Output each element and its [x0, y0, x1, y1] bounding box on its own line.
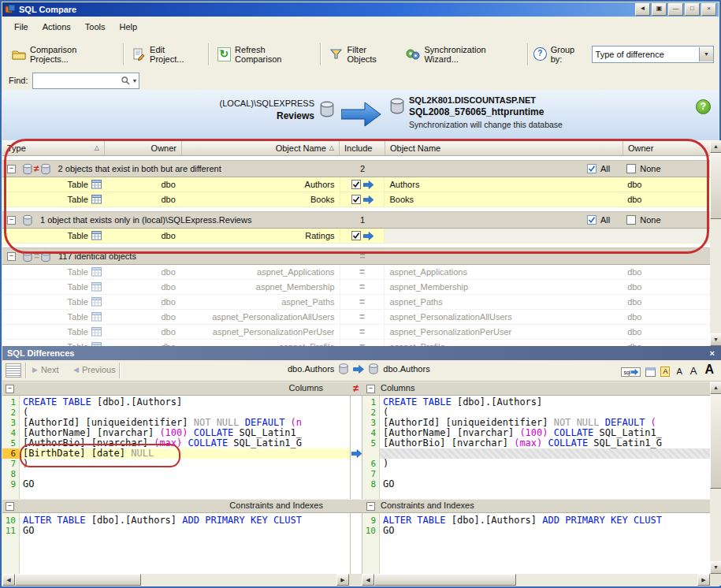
sql-pane-right-columns[interactable]: 1CREATE TABLE [dbo].[Authors]2(3[AuthorI…: [362, 397, 710, 489]
header-object-name-right[interactable]: Object Name: [385, 140, 623, 155]
table-row[interactable]: Tabledboaspnet_PersonalizationPerUser=as…: [2, 325, 710, 340]
menu-actions[interactable]: Actions: [35, 20, 78, 34]
edit-project-button[interactable]: Edit Project...: [128, 42, 205, 67]
scroll-left-icon[interactable]: ◀: [362, 574, 374, 586]
left-horizontal-scrollbar[interactable]: ◀ ▶: [2, 574, 349, 586]
font-size-medium-button[interactable]: A: [675, 367, 683, 377]
panel-layout-icon[interactable]: [645, 367, 656, 377]
help-button[interactable]: ?: [696, 99, 711, 114]
table-row[interactable]: Tabledboaspnet_Paths=aspnet_Pathsdbo: [2, 295, 710, 310]
table-row[interactable]: Tabledboaspnet_Membership=aspnet_Members…: [2, 280, 710, 295]
include-cell[interactable]: [340, 177, 385, 192]
include-cell[interactable]: [340, 192, 385, 207]
line-number: 5: [2, 438, 20, 448]
group-row[interactable]: −≠2 objects that exist in both but are d…: [2, 160, 710, 177]
close-icon[interactable]: ×: [708, 348, 717, 358]
font-size-large-button[interactable]: A: [689, 365, 699, 377]
table-row[interactable]: TabledboAuthorsAuthorsdbo: [2, 177, 710, 192]
group-by-help-icon[interactable]: ?: [533, 47, 547, 61]
title-bar[interactable]: SQL Compare ◄ ▣ — □ ×: [2, 2, 719, 17]
table-row[interactable]: TabledboBooksBooksdbo: [2, 192, 710, 207]
right-horizontal-scrollbar[interactable]: ◀ ▶: [362, 574, 710, 586]
include-checkbox[interactable]: [351, 195, 361, 204]
select-all-icon[interactable]: [587, 215, 596, 225]
scroll-down-icon[interactable]: ▼: [710, 561, 721, 574]
include-cell[interactable]: =: [340, 265, 385, 279]
next-button[interactable]: ▶ Next: [32, 365, 59, 374]
table-row[interactable]: TabledboRatings: [2, 229, 710, 244]
select-all-icon[interactable]: [587, 164, 596, 173]
synchronization-wizard-button[interactable]: Synchronization Wizard...: [401, 42, 524, 67]
table-row[interactable]: Tabledboaspnet_Profile=aspnet_Profiledbo: [2, 340, 710, 346]
menu-tools[interactable]: Tools: [78, 20, 113, 34]
group-row[interactable]: −=117 identical objects=: [2, 247, 710, 265]
table-row[interactable]: Tabledboaspnet_Applications=aspnet_Appli…: [2, 265, 710, 280]
sql-pane-right-constraints[interactable]: 9ALTER TABLE [dbo].[Authors] ADD PRIMARY…: [362, 515, 710, 536]
scroll-up-icon[interactable]: ▲: [710, 140, 721, 153]
refresh-comparison-button[interactable]: ↻ Refresh Comparison: [213, 42, 318, 67]
filter-objects-button[interactable]: Filter Objects: [325, 42, 401, 67]
close-button[interactable]: ×: [701, 3, 716, 16]
header-object-name-left[interactable]: Object Name△: [182, 140, 340, 155]
chevron-down-icon[interactable]: ▼: [699, 47, 713, 61]
select-none-button[interactable]: None: [640, 215, 660, 225]
chevron-down-icon[interactable]: ▼: [132, 78, 138, 84]
include-cell[interactable]: =: [340, 340, 385, 346]
select-none-icon[interactable]: [626, 164, 636, 173]
font-size-xlarge-button[interactable]: A: [703, 363, 715, 377]
window-extra-button-2[interactable]: ▣: [652, 3, 667, 16]
scroll-right-icon[interactable]: ▶: [697, 574, 710, 586]
line-number: 9: [2, 479, 20, 489]
select-none-icon[interactable]: [626, 215, 636, 225]
collapse-button[interactable]: −: [366, 502, 375, 511]
include-checkbox[interactable]: [351, 231, 361, 240]
scroll-right-icon[interactable]: ▶: [336, 574, 349, 586]
scrollbar-thumb[interactable]: [374, 574, 516, 586]
include-cell[interactable]: =: [340, 295, 385, 309]
diff-list-icon[interactable]: [6, 363, 21, 378]
sql-pane-left-constraints[interactable]: 10ALTER TABLE [dbo].[Authors] ADD PRIMAR…: [2, 515, 350, 536]
group-row[interactable]: −1 object that exists only in (local)\SQ…: [2, 211, 710, 229]
include-cell[interactable]: =: [340, 280, 385, 294]
sql-pane-left-columns[interactable]: 1CREATE TABLE [dbo].[Authors]2(3[AuthorI…: [2, 397, 350, 489]
include-cell[interactable]: [340, 229, 385, 243]
collapse-button[interactable]: −: [7, 216, 16, 225]
include-cell[interactable]: =: [340, 325, 385, 339]
scroll-left-icon[interactable]: ◀: [2, 574, 15, 586]
include-checkbox[interactable]: [351, 180, 361, 189]
scrollbar-thumb[interactable]: [15, 574, 141, 586]
header-type[interactable]: Type△: [2, 140, 105, 155]
copy-line-arrow-button[interactable]: [351, 448, 362, 459]
maximize-button[interactable]: □: [685, 3, 700, 16]
menu-file[interactable]: File: [7, 20, 35, 34]
select-none-button[interactable]: None: [640, 164, 660, 173]
scroll-up-icon[interactable]: ▲: [710, 381, 721, 394]
comparison-projects-button[interactable]: Comparison Projects...: [7, 42, 120, 67]
table-row[interactable]: Tabledboaspnet_PersonalizationAllUsers=a…: [2, 310, 710, 325]
include-cell[interactable]: =: [340, 310, 385, 324]
find-input[interactable]: ▼: [32, 73, 139, 89]
header-include[interactable]: Include: [340, 140, 385, 155]
menu-help[interactable]: Help: [113, 20, 145, 34]
code-line: 5[AuthorBio] [nvarchar] (max) COLLATE SQ…: [2, 438, 350, 448]
grid-vertical-scrollbar[interactable]: ▲ ▼: [710, 140, 721, 346]
window-extra-button-1[interactable]: ◄: [635, 3, 650, 16]
header-owner-right[interactable]: Owner: [623, 140, 710, 155]
font-size-small-button[interactable]: A: [660, 367, 670, 377]
previous-button[interactable]: ◀ Previous: [73, 365, 116, 374]
refresh-comparison-label: Refresh Comparison: [235, 45, 312, 64]
group-by-dropdown[interactable]: Type of difference ▼: [592, 46, 714, 63]
scrollbar-thumb[interactable]: [710, 394, 721, 489]
scrollbar-thumb[interactable]: [710, 153, 721, 219]
select-all-button[interactable]: All: [600, 215, 610, 225]
scroll-down-icon[interactable]: ▼: [710, 333, 721, 346]
header-owner-left[interactable]: Owner: [105, 140, 182, 155]
pane-divider[interactable]: [350, 381, 351, 574]
collapse-button[interactable]: −: [7, 165, 16, 173]
sql-vertical-scrollbar[interactable]: ▲ ▼: [710, 381, 721, 574]
collapse-button[interactable]: −: [7, 252, 16, 261]
minimize-button[interactable]: —: [668, 3, 683, 16]
sql-script-icon[interactable]: sql: [621, 367, 641, 377]
collapse-button[interactable]: −: [366, 385, 375, 393]
select-all-button[interactable]: All: [600, 164, 610, 173]
